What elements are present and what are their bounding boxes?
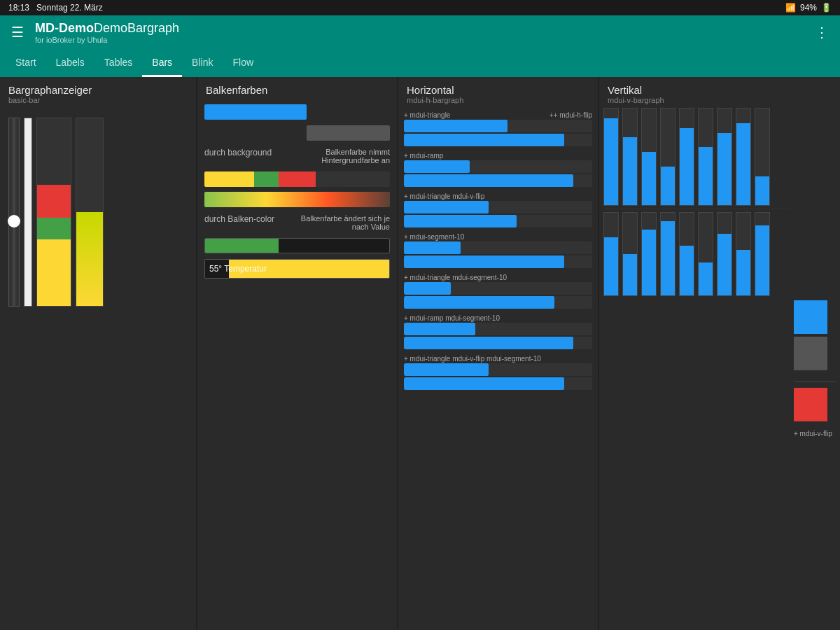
vbar-b2 — [622, 212, 638, 296]
vbar-t8 — [736, 108, 751, 206]
green-progress-bar — [204, 238, 390, 253]
vbar-b6 — [698, 212, 713, 296]
status-right: 📶 94% 🔋 — [785, 3, 832, 13]
tab-tables[interactable]: Tables — [94, 49, 142, 77]
vbar-t2 — [622, 108, 638, 206]
panel1-title: Bargraphanzeiger — [8, 84, 188, 96]
app-subtitle: for ioBroker by Uhula — [35, 36, 815, 44]
nav-tabs: Start Labels Tables Bars Blink Flow — [0, 49, 840, 77]
panel4-header: Vertikal mdui-v-bargraph — [599, 77, 840, 107]
panel4-title: Vertikal — [608, 84, 832, 96]
panel-balkenfarben: Balkenfarben durch background Balkenfarb… — [197, 77, 397, 630]
tab-flow[interactable]: Flow — [223, 49, 263, 77]
main-content: Bargraphanzeiger basic-bar — [0, 77, 840, 630]
slider-thumb[interactable] — [8, 215, 20, 227]
wifi-icon: 📶 — [785, 3, 796, 13]
vbar-t5 — [679, 108, 694, 206]
panel2-header: Balkenfarben — [197, 77, 397, 99]
color-box-blue — [794, 300, 827, 334]
panel3-header: Horizontal mdui-h-bargraph — [398, 77, 598, 107]
vbar-b3 — [641, 212, 657, 296]
gradient-bar — [204, 192, 390, 207]
hbar-3: + mdui-segment-10 — [404, 233, 592, 268]
tab-bars[interactable]: Bars — [142, 49, 182, 77]
panel2-body: durch background Balkenfarbe nimmt Hinte… — [197, 99, 397, 630]
panel1-subtitle: basic-bar — [8, 96, 188, 104]
panel-vertikal: Vertikal mdui-v-bargraph — [599, 77, 840, 630]
app-title: MD-DemoDemoBargraph — [35, 21, 815, 36]
color-bar-multi — [204, 172, 390, 187]
panel3-body: + mdui-triangle ++ mdui-h-flip + mdui-ra… — [398, 107, 598, 630]
blue-bar — [204, 104, 307, 120]
vbar-b1 — [603, 212, 619, 296]
hbar-5: + mdui-ramp mdui-segment-10 — [404, 314, 592, 349]
panel-horizontal: Horizontal mdui-h-bargraph + mdui-triang… — [398, 77, 598, 630]
tab-start[interactable]: Start — [6, 49, 46, 77]
battery-level: 94% — [800, 3, 817, 13]
vbar-t3 — [641, 108, 657, 206]
panel4-subtitle: mdui-v-bargraph — [608, 96, 832, 104]
more-icon[interactable]: ⋮ — [815, 24, 829, 41]
label-background-row: durch background Balkenfarbe nimmt Hinte… — [204, 148, 390, 164]
battery-icon: 🔋 — [821, 3, 832, 13]
label-color-row: durch Balken-color Balkenfarbe ändert si… — [204, 214, 390, 231]
hbar-1: + mdui-ramp — [404, 152, 592, 187]
menu-icon[interactable]: ☰ — [11, 24, 24, 41]
hbar-0-track2 — [404, 134, 592, 146]
vbar-t1 — [603, 108, 619, 206]
hbar-6: + mdui-triangle mdui-v-flip mdui-segment… — [404, 355, 592, 390]
app-bar: ☰ MD-DemoDemoBargraph for ioBroker by Uh… — [0, 15, 840, 49]
status-bar: 18:13 Sonntag 22. März 📶 94% 🔋 — [0, 0, 840, 15]
vbar-multi-2 — [76, 118, 104, 307]
temp-bar: 55° Temperatur — [204, 259, 390, 279]
hbar-0: + mdui-triangle ++ mdui-h-flip — [404, 111, 592, 146]
panel1-header: Bargraphanzeiger basic-bar — [0, 77, 196, 107]
panel-bargraphanzeiger: Bargraphanzeiger basic-bar — [0, 77, 196, 630]
hbar-2: + mdui-triangle mdui-v-flip — [404, 192, 592, 227]
vbar-t6 — [698, 108, 713, 206]
panel3-title: Horizontal — [407, 84, 589, 96]
vflip-label: + mdui-v-flip — [794, 430, 836, 438]
vbar-t7 — [717, 108, 732, 206]
vbar-b4 — [660, 212, 676, 296]
vbar-multi-1 — [36, 118, 71, 307]
slider-bar[interactable] — [8, 118, 20, 307]
status-time: 18:13 Sonntag 22. März — [8, 3, 103, 13]
vbar-white — [24, 118, 32, 307]
vbar-b9 — [755, 212, 770, 296]
vbar-t4 — [660, 108, 676, 206]
hbar-0-track1 — [404, 120, 592, 132]
vbar-b7 — [717, 212, 732, 296]
tab-blink[interactable]: Blink — [182, 49, 223, 77]
tab-labels[interactable]: Labels — [46, 49, 94, 77]
color-box-grey — [794, 337, 827, 370]
color-box-red — [794, 388, 827, 421]
vbar-t9 — [755, 108, 770, 206]
panel2-title: Balkenfarben — [206, 84, 388, 96]
vbar-b5 — [679, 212, 694, 296]
vbar-b8 — [736, 212, 751, 296]
hbar-4: + mdui-triangle mdui-segment-10 — [404, 274, 592, 309]
panel3-subtitle: mdui-h-bargraph — [407, 96, 589, 104]
panel1-body — [0, 107, 196, 630]
